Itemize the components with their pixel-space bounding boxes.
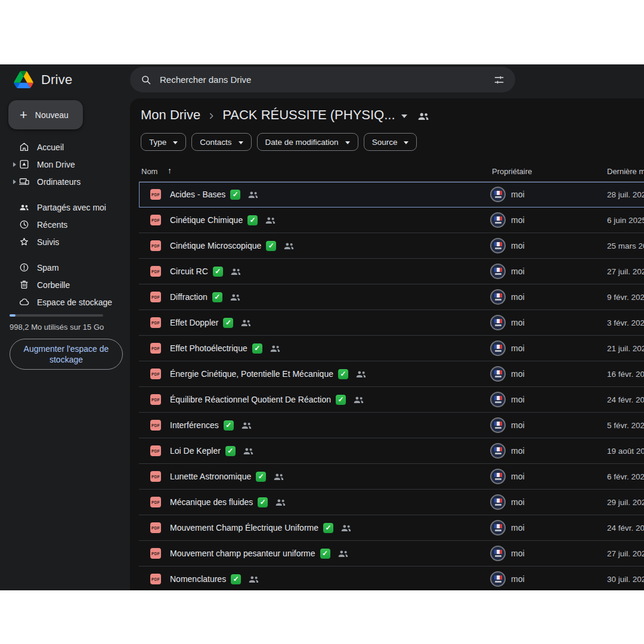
sidebar-item-espace-de-stockage[interactable]: Espace de stockage <box>0 293 130 311</box>
sidebar-item-partages-avec-moi[interactable]: Partagés avec moi <box>0 199 130 216</box>
upgrade-storage-button[interactable]: Augmenter l'espace de stockage <box>10 339 123 370</box>
owner-cell: moi <box>490 182 525 207</box>
modified-date: 19 août 2025 <box>607 447 644 456</box>
filter-chip-type[interactable]: Type <box>141 133 186 151</box>
file-name: Mouvement Champ Électrique Uniforme <box>170 523 318 532</box>
check-mark-emoji-icon: ✓ <box>336 395 346 405</box>
search-icon[interactable] <box>140 74 152 86</box>
check-mark-emoji-icon: ✓ <box>258 497 268 507</box>
shared-people-icon <box>230 267 242 276</box>
computer-icon <box>18 176 30 187</box>
new-button[interactable]: + Nouveau <box>8 100 83 129</box>
expand-arrow-icon[interactable] <box>13 162 16 167</box>
file-name: Effet Doppler <box>170 318 218 327</box>
table-row[interactable]: PDFLunette Astronomique✓moi6 févr. 2025 <box>139 464 644 490</box>
app-title: Drive <box>41 72 72 88</box>
avatar-text-art <box>495 350 501 352</box>
file-name: Énergie Cinétique, Potentielle Et Mécani… <box>170 369 333 379</box>
table-row[interactable]: PDFMouvement champ pesanteur uniforme✓mo… <box>139 541 644 566</box>
table-row[interactable]: PDFCircuit RC✓moi27 juil. 2025 <box>139 259 644 284</box>
modified-date: 29 juil. 2025 <box>607 498 644 507</box>
table-row[interactable]: PDFÉnergie Cinétique, Potentielle Et Méc… <box>139 361 644 387</box>
sidebar-item-label: Corbeille <box>37 280 70 290</box>
sidebar: Drive + Nouveau AccueilMon DriveOrdinate… <box>0 64 130 590</box>
sidebar-item-label: Mon Drive <box>37 160 75 169</box>
clock-icon <box>18 219 30 230</box>
owner-avatar <box>490 469 506 484</box>
filter-chip-contacts[interactable]: Contacts <box>191 133 251 151</box>
owner-avatar <box>490 443 506 459</box>
table-row[interactable]: PDFÉquilibre Réactionnel Quotient De Réa… <box>139 387 644 413</box>
sidebar-item-recents[interactable]: Récents <box>0 216 130 233</box>
filter-chip-date-de-modification[interactable]: Date de modification <box>257 133 358 151</box>
owner-cell: moi <box>490 515 525 540</box>
owner-cell: moi <box>490 541 525 566</box>
owner-cell: moi <box>490 284 525 309</box>
check-mark-emoji-icon: ✓ <box>247 215 258 225</box>
storage-progressbar <box>10 314 103 317</box>
table-row[interactable]: PDFInterférences✓moi5 févr. 2025 <box>139 413 644 438</box>
table-row[interactable]: PDFMouvement Champ Électrique Uniforme✓m… <box>139 515 644 541</box>
avatar-text-art <box>495 504 501 506</box>
avatar-flag-art <box>494 319 502 323</box>
folder-shared-people-icon[interactable] <box>417 112 429 121</box>
column-header-name[interactable]: Nom <box>141 167 157 176</box>
owner-label: moi <box>511 549 525 558</box>
avatar-flag-art <box>494 370 502 374</box>
table-row[interactable]: PDFCinétique Chimique✓moi6 juin 2025 <box>139 208 644 233</box>
modified-date: 30 juil. 2025 <box>607 575 644 584</box>
folder-menu-caret-icon[interactable] <box>401 114 407 118</box>
file-name: Mécanique des fluides <box>170 497 253 507</box>
check-mark-emoji-icon: ✓ <box>320 549 330 559</box>
check-mark-emoji-icon: ✓ <box>223 318 233 328</box>
owner-label: moi <box>511 318 525 327</box>
filter-chip-source[interactable]: Source <box>364 133 417 151</box>
table-row[interactable]: PDFAcides - Bases✓moi28 juil. 2025 <box>139 182 644 208</box>
owner-cell: moi <box>490 310 525 335</box>
owner-avatar <box>490 546 506 561</box>
owner-avatar <box>490 238 506 253</box>
pdf-file-icon: PDF <box>150 343 161 354</box>
sidebar-item-spam[interactable]: Spam <box>0 259 130 276</box>
sidebar-item-accueil[interactable]: Accueil <box>0 138 130 156</box>
table-row[interactable]: PDFCinétique Microscopique✓moi25 mars 20… <box>139 233 644 259</box>
sidebar-group: AccueilMon DriveOrdinateurs <box>0 138 130 190</box>
check-mark-emoji-icon: ✓ <box>213 267 223 277</box>
table-row[interactable]: PDFDiffraction✓moi9 févr. 2025 <box>139 284 644 310</box>
column-header-modified[interactable]: Dernière modification <box>607 167 644 176</box>
owner-avatar <box>490 392 506 407</box>
column-header-owner[interactable]: Propriétaire <box>492 167 532 176</box>
search-input[interactable]: Rechercher dans Drive <box>130 67 515 92</box>
check-mark-emoji-icon: ✓ <box>266 241 276 251</box>
shared-people-icon <box>273 472 284 481</box>
modified-date: 16 févr. 2025 <box>607 370 644 379</box>
file-name: Acides - Bases <box>170 190 225 199</box>
check-mark-emoji-icon: ✓ <box>231 574 241 584</box>
storage-progress-fill <box>10 314 16 317</box>
owner-label: moi <box>511 420 525 430</box>
drive-item-icon <box>18 159 30 170</box>
sidebar-item-corbeille[interactable]: Corbeille <box>0 276 130 293</box>
shared-people-icon <box>241 421 252 430</box>
new-button-label: Nouveau <box>35 110 69 120</box>
avatar-flag-art <box>494 268 502 272</box>
breadcrumb-my-drive[interactable]: Mon Drive <box>141 107 200 123</box>
file-name: Loi De Kepler <box>170 446 221 456</box>
sidebar-item-suivis[interactable]: Suivis <box>0 233 130 250</box>
avatar-text-art <box>495 273 501 275</box>
breadcrumb-current-folder[interactable]: PACK RÉUSSITE (PHYSIQ... <box>222 107 395 123</box>
sidebar-item-mon-drive[interactable]: Mon Drive <box>0 156 130 173</box>
sidebar-item-ordinateurs[interactable]: Ordinateurs <box>0 173 130 190</box>
table-row[interactable]: PDFNomenclatures✓moi30 juil. 2025 <box>139 566 644 590</box>
trash-icon <box>18 279 30 290</box>
table-row[interactable]: PDFLoi De Kepler✓moi19 août 2025 <box>139 438 644 464</box>
owner-cell: moi <box>490 336 525 361</box>
drive-logo-row[interactable]: Drive <box>14 71 72 88</box>
modified-date: 9 févr. 2025 <box>607 293 644 302</box>
search-options-tune-icon[interactable] <box>493 74 505 86</box>
table-row[interactable]: PDFEffet Doppler✓moi3 févr. 2025 <box>139 310 644 336</box>
table-row[interactable]: PDFEffet Photoélectrique✓moi21 juil. 202… <box>139 336 644 361</box>
table-row[interactable]: PDFMécanique des fluides✓moi29 juil. 202… <box>139 490 644 515</box>
owner-label: moi <box>511 292 525 302</box>
expand-arrow-icon[interactable] <box>13 179 16 184</box>
